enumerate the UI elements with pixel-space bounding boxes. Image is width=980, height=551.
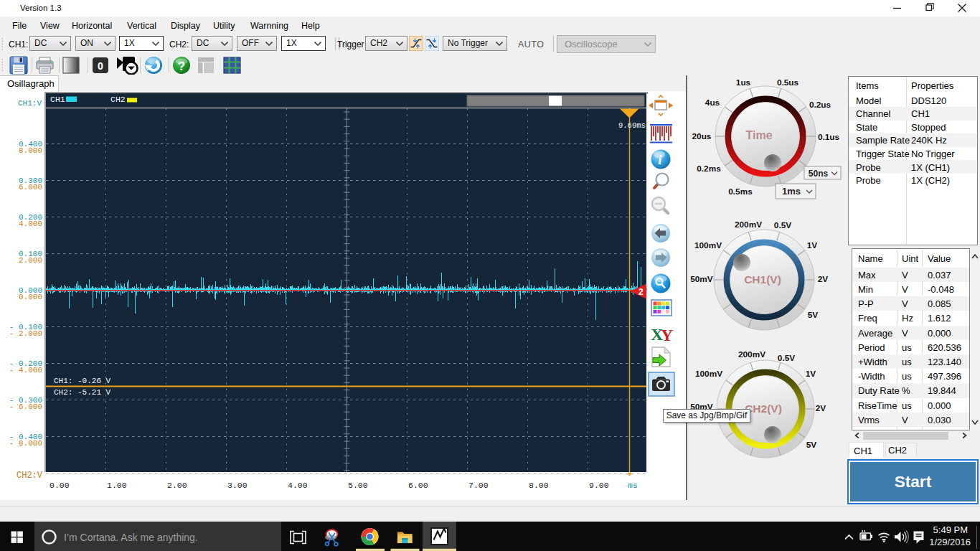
svg-text:CH1: -0.26 V: CH1: -0.26 V: [54, 377, 111, 385]
svg-text:- 8.000: - 8.000: [9, 439, 42, 448]
svg-text:100mV: 100mV: [694, 240, 722, 250]
svg-text:200mV: 200mV: [735, 220, 762, 230]
svg-text:5V: 5V: [808, 310, 819, 320]
svg-text:4us: 4us: [705, 98, 720, 108]
svg-text:Time: Time: [745, 129, 772, 141]
svg-text:1/29/2016: 1/29/2016: [929, 537, 971, 547]
svg-text:i: i: [658, 152, 662, 167]
svg-text:50mV: 50mV: [690, 274, 713, 284]
svg-text:0.2us: 0.2us: [809, 100, 831, 110]
svg-text:0.1us: 0.1us: [818, 132, 840, 142]
svg-text:8.00: 8.00: [529, 481, 549, 490]
svg-text:CH1(V): CH1(V): [744, 273, 781, 286]
svg-text:1ms: 1ms: [782, 186, 801, 197]
svg-text:0.5V: 0.5V: [774, 220, 791, 230]
svg-text:CH2: -5.21 V: CH2: -5.21 V: [54, 388, 111, 397]
svg-text:CH1: CH1: [50, 95, 65, 104]
svg-text:1us: 1us: [736, 77, 751, 88]
svg-text:4.00: 4.00: [288, 481, 308, 490]
svg-text:8.000: 8.000: [19, 146, 42, 155]
svg-text:3.00: 3.00: [227, 481, 248, 490]
svg-text:7.00: 7.00: [468, 481, 489, 490]
svg-text:0.5us: 0.5us: [777, 77, 799, 88]
svg-text:0.2ms: 0.2ms: [697, 164, 721, 174]
svg-text:2V: 2V: [816, 403, 826, 413]
svg-text:50ns: 50ns: [809, 169, 829, 179]
svg-text:1V: 1V: [807, 240, 818, 250]
svg-text:4.000: 4.000: [19, 220, 42, 228]
svg-text:6.00: 6.00: [408, 481, 428, 490]
svg-text:?: ?: [178, 60, 185, 73]
svg-text:200mV: 200mV: [738, 349, 765, 359]
svg-text:1.00: 1.00: [107, 481, 127, 490]
svg-text:5V: 5V: [806, 440, 817, 450]
svg-text:ms: ms: [628, 481, 638, 490]
svg-text:5.00: 5.00: [348, 481, 368, 490]
svg-text:CH2: CH2: [110, 95, 126, 104]
svg-text:Y: Y: [661, 326, 673, 344]
svg-text:2V: 2V: [818, 274, 829, 284]
svg-text:I’m Cortana. Ask me anything.: I’m Cortana. Ask me anything.: [64, 532, 198, 543]
svg-text:0: 0: [98, 60, 103, 72]
svg-text:9.69ms: 9.69ms: [618, 121, 646, 130]
svg-text:9.00: 9.00: [589, 481, 609, 490]
svg-text:2.000: 2.000: [19, 256, 42, 265]
svg-text:- 6.000: - 6.000: [9, 402, 42, 411]
svg-text:CH2:V: CH2:V: [17, 471, 43, 481]
svg-text:CH1:V: CH1:V: [18, 99, 42, 108]
svg-text:6.000: 6.000: [19, 183, 42, 192]
svg-text:2: 2: [639, 287, 644, 297]
svg-text:- 4.000: - 4.000: [9, 366, 42, 375]
svg-text:- 2.000: - 2.000: [9, 329, 42, 338]
svg-text:0.000: 0.000: [19, 293, 42, 301]
svg-text:2.00: 2.00: [167, 481, 187, 490]
svg-text:0.5V: 0.5V: [778, 353, 795, 363]
svg-text:20us: 20us: [692, 131, 712, 141]
svg-text:0.5ms: 0.5ms: [728, 187, 753, 197]
svg-text:1V: 1V: [806, 369, 816, 379]
svg-text:100mV: 100mV: [695, 369, 722, 379]
svg-text:0.00: 0.00: [50, 481, 70, 490]
svg-text:5:49 PM: 5:49 PM: [933, 524, 968, 535]
